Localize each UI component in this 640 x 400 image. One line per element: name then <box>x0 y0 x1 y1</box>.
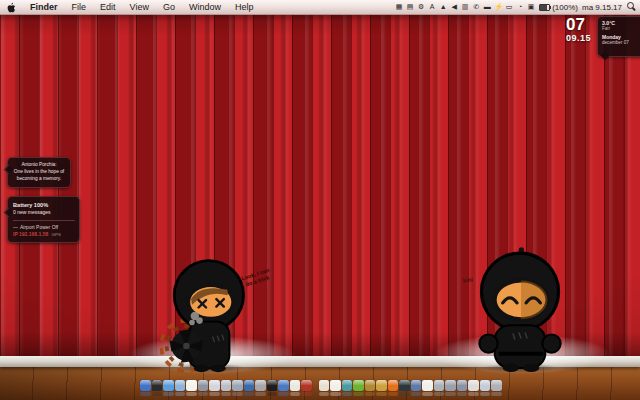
dock-item-bottle-app[interactable] <box>244 380 255 396</box>
gear-icon[interactable]: ⚙ <box>417 0 425 14</box>
text-input-icon[interactable]: A <box>428 0 436 14</box>
compose-app-icon[interactable] <box>480 380 491 391</box>
quote-widget: Antonio Porchia: One lives in the hope o… <box>7 157 71 188</box>
status-divider <box>13 220 75 221</box>
cube-app-icon[interactable] <box>221 380 232 391</box>
dock-item-window-app-3[interactable] <box>457 380 468 396</box>
menu-item-file[interactable]: File <box>65 0 94 14</box>
dock-item-ical[interactable] <box>186 380 197 396</box>
dock-item-adium[interactable] <box>353 380 364 396</box>
spotlight-icon[interactable] <box>626 2 636 12</box>
system-preferences-icon[interactable] <box>198 380 209 391</box>
dock-item-truck-app[interactable] <box>301 380 312 396</box>
dock-item-paper-doc[interactable] <box>422 380 433 396</box>
menu-item-go[interactable]: Go <box>156 0 182 14</box>
menu-item-view[interactable]: View <box>123 0 156 14</box>
menubar-clock[interactable]: ma 9.15.17 <box>582 3 622 12</box>
silver-app-icon[interactable] <box>255 380 266 391</box>
quicksilver-icon[interactable] <box>209 380 220 391</box>
dock-item-cube-app[interactable] <box>221 380 232 396</box>
dock-item-finder[interactable] <box>140 380 151 396</box>
status-battery: Battery 100% <box>13 201 75 209</box>
modem-icon[interactable]: ▬ <box>483 0 491 14</box>
paper-doc-icon[interactable] <box>422 380 433 391</box>
dock-item-firefox[interactable] <box>388 380 399 396</box>
safari-icon[interactable] <box>163 380 174 391</box>
dock-item-quicksilver[interactable] <box>209 380 220 396</box>
document-icon[interactable] <box>330 380 341 391</box>
dock-item-silver-app[interactable] <box>255 380 266 396</box>
keyboard-icon[interactable]: ▥ <box>461 0 469 14</box>
firefox-icon[interactable] <box>388 380 399 391</box>
steel-app-icon[interactable] <box>232 380 243 391</box>
eject-icon[interactable]: ▤ <box>406 0 414 14</box>
textedit-icon[interactable] <box>290 380 301 391</box>
dock-item-blue-app[interactable] <box>278 380 289 396</box>
power-icon[interactable]: ⚡ <box>494 0 502 14</box>
dock-item-teal-app[interactable] <box>342 380 353 396</box>
bottle-app-icon[interactable] <box>244 380 255 391</box>
battery-menu-extra[interactable]: (100%) <box>539 3 578 12</box>
clock-day: 07 <box>566 16 591 33</box>
menu-item-finder[interactable]: Finder <box>23 0 65 14</box>
spaces-icon[interactable]: ▣ <box>527 0 535 14</box>
apple-menu-icon[interactable] <box>5 2 17 13</box>
dock-item-safari[interactable] <box>163 380 174 396</box>
dock-item-window-app-1[interactable] <box>434 380 445 396</box>
dock-item-light-app[interactable] <box>468 380 479 396</box>
status-messages: 0 new messages <box>13 209 75 217</box>
volume-icon[interactable]: ◀ <box>450 0 458 14</box>
dock-item-document[interactable] <box>330 380 341 396</box>
dock-item-window-app-2[interactable] <box>445 380 456 396</box>
displays-icon[interactable]: ▭ <box>505 0 513 14</box>
dock-item-gold-app[interactable] <box>376 380 387 396</box>
case-app-reflection <box>411 392 422 396</box>
time-machine-icon[interactable]: ◔ <box>516 0 524 14</box>
quote-line1: One lives in the hope of <box>11 169 67 176</box>
ical-icon[interactable] <box>186 380 197 391</box>
teal-app-icon[interactable] <box>342 380 353 391</box>
cube-app-reflection <box>221 392 232 396</box>
gold-app-icon[interactable] <box>376 380 387 391</box>
case-app-icon[interactable] <box>411 380 422 391</box>
window-app-2-icon[interactable] <box>445 380 456 391</box>
dock-item-dial-app[interactable] <box>152 380 163 396</box>
finder-icon[interactable] <box>140 380 151 391</box>
dock-item-compose-app[interactable] <box>480 380 491 396</box>
terminal-icon[interactable] <box>267 380 278 391</box>
dock-item-mail[interactable] <box>175 380 186 396</box>
mail-icon[interactable] <box>175 380 186 391</box>
menu-item-help[interactable]: Help <box>228 0 261 14</box>
textedit-reflection <box>290 392 301 396</box>
dock-item-textedit[interactable] <box>290 380 301 396</box>
dock <box>140 380 506 400</box>
blue-app-icon[interactable] <box>278 380 289 391</box>
dock-item-case-app[interactable] <box>411 380 422 396</box>
adium-icon[interactable] <box>353 380 364 391</box>
display-mirror-icon[interactable]: ▦ <box>395 0 403 14</box>
activity-monitor-icon[interactable] <box>399 380 410 391</box>
dock-item-trash[interactable] <box>491 380 502 396</box>
window-app-3-icon[interactable] <box>457 380 468 391</box>
clock-widget: 07 09.15 <box>566 16 591 43</box>
dock-item-system-preferences[interactable] <box>198 380 209 396</box>
window-app-1-icon[interactable] <box>434 380 445 391</box>
bronze-app-icon[interactable] <box>365 380 376 391</box>
menu-item-window[interactable]: Window <box>182 0 228 14</box>
phone-icon[interactable]: ✆ <box>472 0 480 14</box>
menubar-items: FinderFileEditViewGoWindowHelp <box>23 0 260 14</box>
dock-item-terminal[interactable] <box>267 380 278 396</box>
dock-item-steel-app[interactable] <box>232 380 243 396</box>
dock-item-bronze-app[interactable] <box>365 380 376 396</box>
ninja-left <box>160 256 254 374</box>
menu-extra-icon[interactable]: ▲ <box>439 0 447 14</box>
menu-item-edit[interactable]: Edit <box>93 0 123 14</box>
dial-app-icon[interactable] <box>152 380 163 391</box>
dock-item-folder[interactable] <box>319 380 330 396</box>
window-app-1-reflection <box>434 392 445 396</box>
trash-icon[interactable] <box>491 380 502 391</box>
truck-app-icon[interactable] <box>301 380 312 391</box>
dock-item-activity-monitor[interactable] <box>399 380 410 396</box>
light-app-icon[interactable] <box>468 380 479 391</box>
folder-icon[interactable] <box>319 380 330 391</box>
